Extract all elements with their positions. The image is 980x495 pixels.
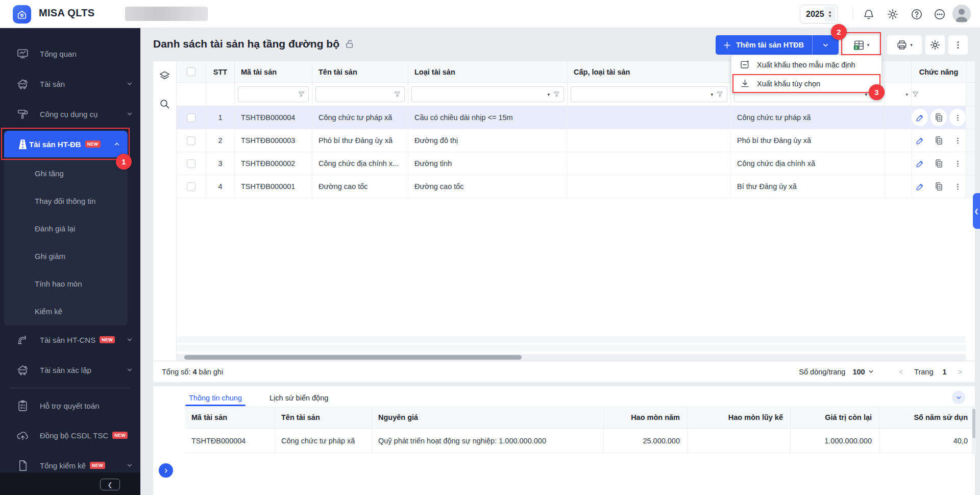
sidebar-item-label: Hỗ trợ quyết toán xyxy=(40,402,100,410)
next-page-button[interactable]: > xyxy=(958,368,962,376)
select-all-checkbox-cell[interactable] xyxy=(177,61,206,82)
col-header-ma-tai-san[interactable]: Mã tài sản xyxy=(235,61,312,82)
horizontal-scrollbar[interactable] xyxy=(177,354,966,361)
add-asset-button[interactable]: Thêm tài sản HTĐB xyxy=(716,35,813,55)
table-row[interactable]: 2 TSHTĐB000003 Phó bí thư Đảng ủy xã Đườ… xyxy=(177,129,975,152)
expand-rail-button[interactable] xyxy=(159,463,173,478)
sidebar-collapse-button[interactable]: ❮ xyxy=(100,479,120,490)
row-more-icon[interactable] xyxy=(949,178,966,195)
app-logo-icon[interactable] xyxy=(13,5,31,23)
detail-col-gia-tri-con-lai: Giá trị còn lại xyxy=(791,406,879,428)
sidebar-item-tai-san-ht-cns[interactable]: Tài sản HT-CNS NEW xyxy=(0,326,140,353)
clipboard-check-icon xyxy=(16,399,29,412)
col-header-pad xyxy=(966,61,975,82)
rows-per-page-label: Số dòng/trang xyxy=(799,368,845,376)
menu-item-export-custom[interactable]: Xuất khẩu tùy chọn xyxy=(731,74,881,93)
sidebar-item-cong-cu-dung-cu[interactable]: Công cụ dụng cụ xyxy=(0,101,140,127)
submenu-item-ghi-tang[interactable]: Ghi tăng xyxy=(4,159,128,187)
sidebar-item-tai-san[interactable]: Tài sản xyxy=(0,70,140,97)
copy-icon[interactable] xyxy=(930,132,947,149)
print-button[interactable]: ▾ xyxy=(887,35,922,55)
notifications-bell-icon[interactable] xyxy=(863,8,875,20)
asset-grid-card: STT Mã tài sản Tên tài sản Loại tài sản … xyxy=(153,61,975,382)
plus-icon xyxy=(723,41,731,50)
more-options-icon[interactable] xyxy=(934,8,946,20)
row-checkbox[interactable] xyxy=(187,182,195,191)
asset-establish-icon xyxy=(16,364,29,376)
year-stepper[interactable]: ▲▼ xyxy=(824,7,836,21)
year-value: 2025 xyxy=(800,10,824,19)
filter-select-cap-loai-tai-san[interactable]: ▾ xyxy=(571,86,727,102)
export-template-icon xyxy=(740,59,750,70)
menu-item-export-default-template[interactable]: Xuất khẩu theo mẫu mặc định xyxy=(731,55,881,74)
sidebar-item-label: Đồng bộ CSDL TSC xyxy=(40,431,108,440)
dropdown-arrow-icon: ▾ xyxy=(867,42,870,48)
edit-icon[interactable] xyxy=(912,155,928,172)
grid-footer: Tổng số: 4 bản ghi Số dòng/trang 100 < T… xyxy=(153,361,975,382)
submenu-item-tinh-hao-mon[interactable]: Tính hao mòn xyxy=(4,270,128,297)
sidebar-item-tai-san-xac-lap[interactable]: Tài sản xác lập xyxy=(0,357,140,383)
filter-funnel-icon[interactable] xyxy=(912,90,919,98)
copy-icon[interactable] xyxy=(930,155,947,172)
user-avatar[interactable] xyxy=(952,5,971,23)
year-selector[interactable]: 2025 ▲▼ xyxy=(800,5,838,23)
rows-per-page-select[interactable]: 100 xyxy=(852,368,874,376)
sidebar-item-ho-tro-quyet-toan[interactable]: Hỗ trợ quyết toán xyxy=(0,392,140,419)
col-header-ten-tai-san[interactable]: Tên tài sản xyxy=(312,61,408,82)
pipe-icon xyxy=(16,334,29,346)
row-checkbox[interactable] xyxy=(187,159,195,168)
tab-thong-tin-chung[interactable]: Thông tin chung xyxy=(185,390,246,406)
edit-icon[interactable] xyxy=(912,109,928,126)
vertical-scrollbar-thumb[interactable] xyxy=(972,409,975,438)
right-panel-handle[interactable]: ❮ xyxy=(973,193,980,229)
help-icon[interactable] xyxy=(911,8,923,20)
sidebar-item-tong-quan[interactable]: Tổng quan xyxy=(0,40,140,67)
copy-icon[interactable] xyxy=(930,109,947,126)
select-all-checkbox[interactable] xyxy=(187,67,195,76)
sidebar-item-label: Tổng quan xyxy=(40,50,77,58)
submenu-item-thay-doi-thong-tin[interactable]: Thay đổi thông tin xyxy=(4,187,128,215)
table-row[interactable]: 3 TSHTĐB000002 Công chức địa chính x... … xyxy=(177,152,975,175)
submenu-item-kiem-ke[interactable]: Kiểm kê xyxy=(4,297,128,325)
horizontal-scrollbar-thumb[interactable] xyxy=(184,355,522,360)
edit-icon[interactable] xyxy=(912,132,928,149)
more-actions-button[interactable] xyxy=(948,35,968,55)
copy-icon[interactable] xyxy=(930,178,947,195)
page-title-row: Danh sách tài sản hạ tầng đường bộ xyxy=(153,38,355,50)
edit-icon[interactable] xyxy=(912,178,928,195)
settings-gear-icon[interactable] xyxy=(887,8,899,20)
detail-panel: Thông tin chung Lịch sử biến động Mã tài… xyxy=(153,386,975,495)
export-excel-button[interactable]: X ▾ xyxy=(843,35,879,55)
dashboard-icon xyxy=(16,48,29,60)
detail-header-row: Mã tài sản Tên tài sản Nguyên giá Hao mò… xyxy=(185,406,975,429)
collapse-panel-chevron-button[interactable] xyxy=(952,391,965,404)
col-header-loai-tai-san[interactable]: Loại tài sản xyxy=(408,61,568,82)
add-asset-split-button[interactable]: Thêm tài sản HTĐB xyxy=(716,35,839,55)
row-checkbox[interactable] xyxy=(187,113,195,122)
col-header-stt[interactable]: STT xyxy=(206,61,235,82)
filter-select-loai-tai-san[interactable]: ▾ xyxy=(411,86,564,102)
filter-input-ma-tai-san[interactable] xyxy=(238,86,309,102)
filter-dropdown-arrow[interactable]: ▾ xyxy=(905,92,908,97)
search-icon[interactable] xyxy=(159,98,170,110)
table-row[interactable]: 4 TSHTĐB000001 Đường cao tốc Đường cao t… xyxy=(177,175,975,198)
cloud-sync-icon xyxy=(16,429,29,442)
tab-lich-su-bien-dong[interactable]: Lịch sử biến động xyxy=(270,390,328,406)
grid-settings-button[interactable] xyxy=(925,35,945,55)
vertical-scrollbar[interactable] xyxy=(972,406,976,454)
col-header-cap-loai-tai-san[interactable]: Cấp, loại tài sản xyxy=(568,61,731,82)
filter-input-ten-tai-san[interactable] xyxy=(315,86,405,102)
submenu-item-danh-gia-lai[interactable]: Đánh giá lại xyxy=(4,215,128,242)
submenu-item-ghi-giam[interactable]: Ghi giảm xyxy=(4,242,128,270)
detail-data-row[interactable]: TSHTĐB000004 Công chức tư pháp xã Quỹ ph… xyxy=(185,429,975,453)
prev-page-button[interactable]: < xyxy=(899,368,903,376)
table-row[interactable]: 1 TSHTĐB000004 Công chức tư pháp xã Cầu … xyxy=(177,106,975,129)
page-number: 1 xyxy=(942,368,946,376)
layers-icon[interactable] xyxy=(159,70,170,82)
row-more-icon[interactable] xyxy=(949,109,966,126)
row-checkbox[interactable] xyxy=(187,136,195,145)
row-more-icon[interactable] xyxy=(949,155,966,172)
row-more-icon[interactable] xyxy=(949,132,966,149)
sidebar-item-tai-san-ht-db[interactable]: Tài sản HT-ĐB NEW xyxy=(4,131,128,157)
sidebar-item-dong-bo-csdl-tsc[interactable]: Đồng bộ CSDL TSC NEW xyxy=(0,422,140,449)
